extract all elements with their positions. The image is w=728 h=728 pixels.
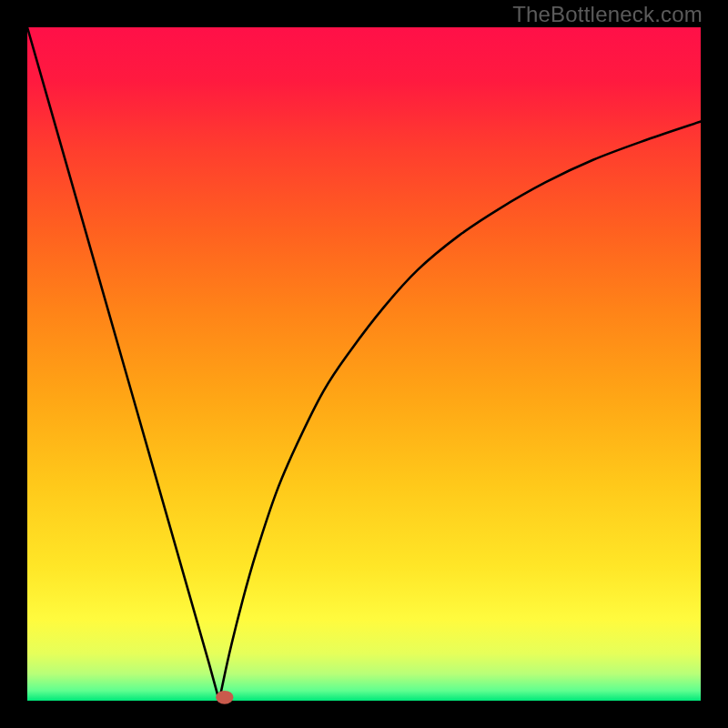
curve-left-branch (27, 27, 219, 701)
curve-layer (27, 27, 701, 701)
plot-area (27, 27, 701, 701)
minimum-marker (216, 691, 233, 704)
watermark-text: TheBottleneck.com (512, 2, 703, 27)
curve-right-branch (219, 122, 701, 701)
chart-frame: TheBottleneck.com (0, 0, 728, 728)
